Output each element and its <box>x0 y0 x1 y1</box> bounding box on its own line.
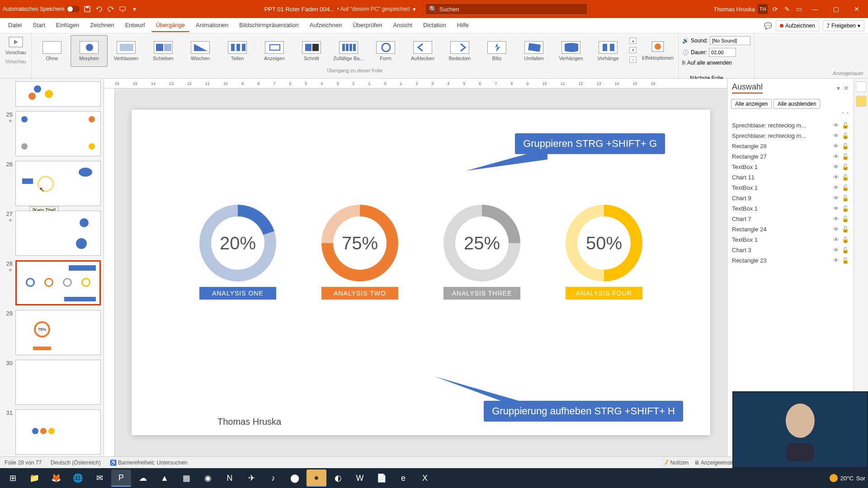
weather-widget[interactable]: 20°CSor <box>830 474 865 482</box>
transition-schieben[interactable]: Schieben <box>145 35 182 67</box>
donut-chart[interactable]: 25%ANALYSIS THREE <box>443 205 520 300</box>
visibility-icon[interactable]: 👁 <box>833 216 839 222</box>
lock-icon[interactable]: 🔓 <box>842 226 849 233</box>
autosave-toggle[interactable]: Automatisches Speichern <box>3 6 80 12</box>
show-all-button[interactable]: Alle anzeigen <box>731 99 772 109</box>
draw-icon[interactable]: ✎ <box>783 5 791 13</box>
lock-icon[interactable]: 🔓 <box>842 257 849 264</box>
onenote-icon[interactable]: N <box>220 469 240 487</box>
slide[interactable]: Gruppieren STRG +SHIFT+ G 20%ANALYSIS ON… <box>132 110 710 435</box>
duration-input[interactable] <box>709 48 736 57</box>
redo-icon[interactable] <box>107 5 115 13</box>
selection-item[interactable]: Rectangle 27👁🔓 <box>732 151 849 162</box>
present-icon[interactable] <box>118 5 127 13</box>
menu-animationen[interactable]: Animationen <box>191 19 233 32</box>
notes-button[interactable]: 📝 Notizen <box>662 460 689 466</box>
app-icon[interactable]: ▦ <box>176 469 196 487</box>
sync-icon[interactable]: ⟳ <box>771 5 779 13</box>
lock-icon[interactable]: 🔓 <box>842 184 849 191</box>
transition-aufdecken[interactable]: Aufdecken <box>404 35 441 67</box>
visibility-icon[interactable]: 👁 <box>833 164 839 170</box>
firefox-icon[interactable]: 🦊 <box>46 469 66 487</box>
apply-all-button[interactable]: ⎘Auf alle anwenden <box>682 60 750 66</box>
lock-icon[interactable]: 🔓 <box>842 122 849 129</box>
selection-item[interactable]: Chart 9👁🔓 <box>732 193 849 203</box>
side-tab-active[interactable] <box>856 96 867 107</box>
toggle-switch[interactable] <box>67 6 80 12</box>
transition-verhngen[interactable]: Verhängen <box>552 35 590 67</box>
app-icon[interactable]: ◐ <box>328 469 348 487</box>
visibility-icon[interactable]: 👁 <box>833 143 839 150</box>
transition-morphen[interactable]: Morphen <box>71 35 108 67</box>
lock-icon[interactable]: 🔓 <box>842 153 849 160</box>
record-button[interactable]: Aufzeichnen <box>776 20 819 31</box>
transition-wischen[interactable]: Wischen <box>182 35 219 67</box>
lock-icon[interactable]: 🔓 <box>842 236 849 243</box>
slide-thumbnail[interactable]: 75% <box>15 310 101 355</box>
donut-chart[interactable]: 50%ANALYSIS FOUR <box>566 205 642 300</box>
selection-item[interactable]: Chart 3👁🔓 <box>732 245 849 255</box>
slide-thumbnail[interactable]: [Kein Titel]↖ <box>15 161 101 206</box>
slide-thumb-27[interactable]: 27★ <box>3 211 101 256</box>
lock-icon[interactable]: 🔓 <box>842 216 849 222</box>
lock-icon[interactable]: 🔓 <box>842 247 849 253</box>
visibility-icon[interactable]: 👁 <box>833 236 839 243</box>
lock-icon[interactable]: 🔓 <box>842 143 849 150</box>
menu-bildschirmpräsentation[interactable]: Bildschirmpräsentation <box>235 19 303 32</box>
outlook-icon[interactable]: ✉ <box>90 469 109 487</box>
menu-übergänge[interactable]: Übergänge <box>151 19 189 32</box>
visibility-icon[interactable]: 👁 <box>833 205 839 212</box>
slide-thumb-31[interactable]: 31 <box>3 409 101 455</box>
selection-item[interactable]: Rectangle 24👁🔓 <box>732 224 849 235</box>
search-input[interactable] <box>439 6 584 13</box>
transition-ohne[interactable]: Ohne <box>33 35 71 67</box>
menu-einfügen[interactable]: Einfügen <box>52 19 84 32</box>
preview-button[interactable]: Vorschau <box>0 33 32 58</box>
vlc-icon[interactable]: ▲ <box>155 469 175 487</box>
chrome-icon[interactable]: 🌐 <box>68 469 88 487</box>
slide-thumbnail[interactable] <box>15 360 101 405</box>
duration-field[interactable]: 🕓Dauer: <box>682 48 750 57</box>
menu-zeichnen[interactable]: Zeichnen <box>85 19 118 32</box>
transition-zuflligeba[interactable]: Zufällige Ba... <box>330 35 367 67</box>
selection-item[interactable]: TextBox 1👁🔓 <box>732 162 849 172</box>
transition-verblassen[interactable]: Verblassen <box>108 35 145 67</box>
slide-thumbnail[interactable] <box>15 211 101 256</box>
search-box[interactable]: 🔍 <box>425 3 588 15</box>
visibility-icon[interactable]: 👁 <box>833 257 839 264</box>
donut-chart[interactable]: 75%ANALYSIS TWO <box>321 205 398 300</box>
transition-schnitt[interactable]: Schnitt <box>293 35 330 67</box>
slide-thumbnails-panel[interactable]: 25★26[Kein Titel]↖27★28★2975%3031 <box>0 79 104 456</box>
visibility-icon[interactable]: 👁 <box>833 184 839 191</box>
menu-start[interactable]: Start <box>28 19 49 32</box>
transition-umfallen[interactable]: Umfallen <box>515 35 552 67</box>
chevron-down-icon[interactable]: ▾ <box>413 6 416 13</box>
selection-item[interactable]: Chart 11👁🔓 <box>732 172 849 183</box>
excel-icon[interactable]: X <box>415 469 435 487</box>
selection-item[interactable]: TextBox 1👁🔓 <box>732 235 849 245</box>
close <-close-pane-icon[interactable]: ✕ <box>844 84 849 92</box>
lock-icon[interactable]: 🔓 <box>842 174 849 181</box>
lock-icon[interactable]: 🔓 <box>842 205 849 212</box>
document-title[interactable]: PPT 01 Roter Faden 004... • Auf "diesem … <box>264 6 416 13</box>
selection-item[interactable]: TextBox 1👁🔓 <box>732 203 849 214</box>
slide-canvas[interactable]: Gruppieren STRG +SHIFT+ G 20%ANALYSIS ON… <box>115 89 727 456</box>
app-icon[interactable]: ☁ <box>133 469 153 487</box>
lock-icon[interactable]: 🔓 <box>842 132 849 139</box>
accessibility-check[interactable]: ♿ Barrierefreiheit: Untersuchen <box>110 460 188 466</box>
sound-value[interactable] <box>710 36 750 45</box>
visibility-icon[interactable]: 👁 <box>833 247 839 253</box>
transition-bedecken[interactable]: Bedecken <box>441 35 478 67</box>
user-account[interactable]: Thomas Hruska TH <box>713 4 768 14</box>
share-button[interactable]: ⤴Freigeben▾ <box>823 20 864 31</box>
close-button[interactable]: ✕ <box>848 5 865 13</box>
transition-form[interactable]: Form <box>367 35 404 67</box>
menu-aufzeichnen[interactable]: Aufzeichnen <box>305 19 347 32</box>
callout-ungroup[interactable]: Gruppierung aufheben STRG +SHIFT+ H <box>484 401 683 422</box>
move-up-icon[interactable]: ˄ <box>842 112 844 117</box>
menu-überprüfen[interactable]: Überprüfen <box>348 19 387 32</box>
word-icon[interactable]: W <box>350 469 370 487</box>
hide-all-button[interactable]: Alle ausblenden <box>774 99 820 109</box>
maximize-button[interactable]: ▢ <box>827 5 844 13</box>
transition-vorhnge[interactable]: Vorhänge <box>590 35 627 67</box>
